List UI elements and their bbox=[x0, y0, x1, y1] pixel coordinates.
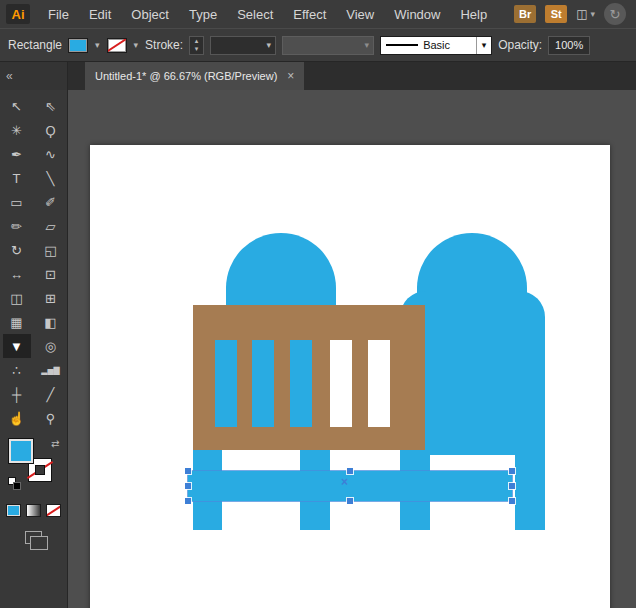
gradient-button[interactable] bbox=[26, 504, 41, 517]
workspace-icon: ◫ bbox=[576, 7, 587, 21]
menu-object[interactable]: Object bbox=[121, 7, 179, 22]
control-bar: Rectangle ▾ ▾ Stroke: ▴ ▾ ▾ ▾ Basic ▾ Op… bbox=[0, 28, 636, 62]
fill-stroke-widget: ⇄ bbox=[6, 438, 62, 492]
app-logo: Ai bbox=[6, 4, 30, 24]
crib-slat[interactable] bbox=[252, 340, 274, 427]
canvas-pasteboard: × bbox=[68, 90, 636, 608]
selection-handle[interactable] bbox=[185, 468, 191, 474]
magic-wand-tool[interactable]: ✳ bbox=[3, 118, 31, 142]
stroke-weight-dropdown[interactable]: ▾ bbox=[210, 36, 276, 55]
selection-handle[interactable] bbox=[509, 468, 515, 474]
artboard[interactable]: × bbox=[90, 145, 610, 608]
document-tab[interactable]: Untitled-1* @ 66.67% (RGB/Preview) × bbox=[85, 62, 304, 90]
selection-handle[interactable] bbox=[347, 468, 353, 474]
symbol-sprayer-tool[interactable]: ∴ bbox=[3, 358, 31, 382]
shape-builder-tool[interactable]: ◫ bbox=[3, 286, 31, 310]
opacity-input[interactable]: 100% bbox=[548, 36, 590, 55]
fill-chevron-icon[interactable]: ▾ bbox=[94, 40, 101, 50]
crib-bottom-rail-selected[interactable] bbox=[188, 471, 512, 501]
gradient-tool[interactable]: ◧ bbox=[37, 310, 65, 334]
document-tab-title: Untitled-1* @ 66.67% (RGB/Preview) bbox=[95, 70, 277, 82]
rotate-tool[interactable]: ↻ bbox=[3, 238, 31, 262]
scale-tool[interactable]: ◱ bbox=[37, 238, 65, 262]
slice-tool[interactable]: ╱ bbox=[37, 382, 65, 406]
curvature-tool[interactable]: ∿ bbox=[37, 142, 65, 166]
collapse-panel-button[interactable]: « bbox=[0, 62, 68, 90]
brush-definition-dropdown[interactable]: Basic ▾ bbox=[380, 36, 492, 55]
stroke-hole bbox=[35, 465, 45, 475]
stroke-color-swatch[interactable] bbox=[107, 38, 127, 53]
menu-type[interactable]: Type bbox=[179, 7, 227, 22]
crib-slat-gap[interactable] bbox=[330, 340, 352, 427]
line-segment-tool[interactable]: ╲ bbox=[37, 166, 65, 190]
sync-icon[interactable]: ↻ bbox=[604, 3, 626, 25]
menu-right-cluster: Br St ◫ ▾ ↻ bbox=[514, 3, 636, 25]
close-icon[interactable]: × bbox=[287, 69, 294, 83]
chevron-down-icon[interactable]: ▾ bbox=[476, 37, 491, 54]
type-tool[interactable]: T bbox=[3, 166, 31, 190]
menu-file[interactable]: File bbox=[38, 7, 79, 22]
screen-mode-button[interactable] bbox=[25, 531, 42, 544]
stepper-up-icon[interactable]: ▴ bbox=[195, 37, 199, 45]
menu-bar: Ai File Edit Object Type Select Effect V… bbox=[0, 0, 636, 28]
chevron-down-icon: ▾ bbox=[365, 40, 370, 50]
direct-selection-tool[interactable]: ⇖ bbox=[37, 94, 65, 118]
mesh-tool[interactable]: ▦ bbox=[3, 310, 31, 334]
crib-slat[interactable] bbox=[215, 340, 237, 427]
column-graph-tool[interactable]: ▂▅▇ bbox=[37, 358, 65, 382]
crib-slat[interactable] bbox=[290, 340, 312, 427]
eraser-tool[interactable]: ▱ bbox=[37, 214, 65, 238]
selection-handle[interactable] bbox=[509, 483, 515, 489]
lasso-tool[interactable]: Ϙ bbox=[37, 118, 65, 142]
blend-tool[interactable]: ◎ bbox=[37, 334, 65, 358]
fill-color-swatch[interactable] bbox=[68, 38, 88, 53]
hand-tool[interactable]: ☝ bbox=[3, 406, 31, 430]
crib-left-post-top[interactable] bbox=[226, 233, 336, 307]
menu-effect[interactable]: Effect bbox=[283, 7, 336, 22]
selected-object-label: Rectangle bbox=[8, 38, 62, 52]
tool-grid: ↖ ⇖ ✳ Ϙ ✒ ∿ T ╲ ▭ ✐ ✏ ▱ ↻ ◱ ↔ ⊡ ◫ ⊞ ▦ ◧ bbox=[3, 94, 65, 430]
menu-help[interactable]: Help bbox=[450, 7, 497, 22]
selection-center-marker[interactable]: × bbox=[341, 476, 348, 488]
stroke-label: Stroke: bbox=[145, 38, 183, 52]
paintbrush-tool[interactable]: ✐ bbox=[37, 190, 65, 214]
menu-select[interactable]: Select bbox=[227, 7, 283, 22]
artboard-tool[interactable]: ┼ bbox=[3, 382, 31, 406]
color-mode-row bbox=[6, 504, 61, 517]
selection-handle[interactable] bbox=[185, 483, 191, 489]
selection-handle[interactable] bbox=[347, 498, 353, 504]
crib-slat-gap[interactable] bbox=[368, 340, 390, 427]
eyedropper-tool[interactable]: ▼ bbox=[3, 334, 31, 358]
workspace-switcher[interactable]: ◫ ▾ bbox=[576, 7, 595, 21]
stroke-weight-stepper[interactable]: ▴ ▾ bbox=[189, 36, 204, 55]
chevron-down-icon: ▾ bbox=[590, 9, 595, 19]
swap-fill-stroke-icon[interactable]: ⇄ bbox=[51, 438, 59, 449]
free-transform-tool[interactable]: ⊡ bbox=[37, 262, 65, 286]
stepper-down-icon[interactable]: ▾ bbox=[195, 45, 199, 53]
stock-button[interactable]: St bbox=[545, 5, 567, 23]
width-profile-dropdown[interactable]: ▾ bbox=[282, 36, 374, 55]
perspective-grid-tool[interactable]: ⊞ bbox=[37, 286, 65, 310]
brush-stroke-preview bbox=[386, 44, 418, 46]
bridge-button[interactable]: Br bbox=[514, 5, 536, 23]
width-tool[interactable]: ↔ bbox=[3, 262, 31, 286]
menu-edit[interactable]: Edit bbox=[79, 7, 121, 22]
rectangle-tool[interactable]: ▭ bbox=[3, 190, 31, 214]
workspace: ↖ ⇖ ✳ Ϙ ✒ ∿ T ╲ ▭ ✐ ✏ ▱ ↻ ◱ ↔ ⊡ ◫ ⊞ ▦ ◧ bbox=[0, 90, 636, 608]
zoom-tool[interactable]: ⚲ bbox=[37, 406, 65, 430]
menu-view[interactable]: View bbox=[336, 7, 384, 22]
pencil-tool[interactable]: ✏ bbox=[3, 214, 31, 238]
stroke-chevron-icon[interactable]: ▾ bbox=[133, 40, 140, 50]
pen-tool[interactable]: ✒ bbox=[3, 142, 31, 166]
selection-handle[interactable] bbox=[509, 498, 515, 504]
menus: File Edit Object Type Select Effect View… bbox=[38, 7, 497, 22]
fill-indicator[interactable] bbox=[8, 438, 34, 464]
menu-window[interactable]: Window bbox=[384, 7, 450, 22]
crib-leg[interactable] bbox=[515, 450, 545, 530]
selection-handle[interactable] bbox=[185, 498, 191, 504]
color-button[interactable] bbox=[6, 504, 21, 517]
opacity-label: Opacity: bbox=[498, 38, 542, 52]
default-fill-stroke-icon[interactable] bbox=[8, 477, 21, 490]
selection-tool[interactable]: ↖ bbox=[3, 94, 31, 118]
none-button[interactable] bbox=[46, 504, 61, 517]
